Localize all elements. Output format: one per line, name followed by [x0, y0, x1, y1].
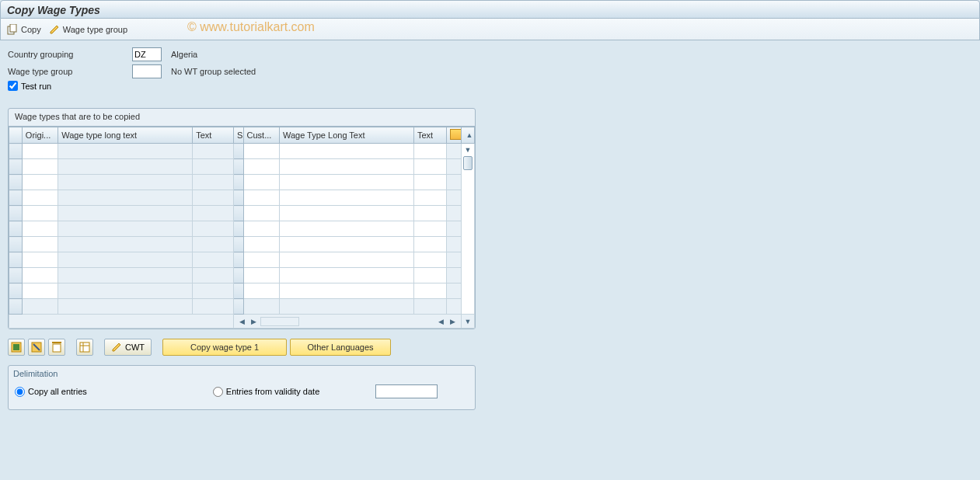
edit-icon: [111, 342, 122, 353]
select-all-icon: [11, 342, 22, 353]
test-run-checkbox[interactable]: [8, 81, 18, 91]
table-icon: [79, 342, 90, 353]
country-grouping-input[interactable]: [132, 47, 162, 61]
col-text-2[interactable]: Text: [413, 127, 446, 144]
svg-rect-8: [80, 343, 89, 352]
deselect-all-button[interactable]: [28, 339, 45, 356]
col-wage-long-1[interactable]: Wage type long text: [58, 127, 193, 144]
copy-all-radio[interactable]: [15, 387, 25, 397]
scroll-up[interactable]: ▲: [462, 127, 475, 144]
grid-table-wrapper: Origi... Wage type long text Text S Cust…: [9, 126, 475, 329]
hscroll-left2-icon[interactable]: ◀: [436, 318, 446, 325]
hscroll-track[interactable]: [260, 317, 299, 326]
button-row: CWT Copy wage type 1 Other Languages: [8, 339, 972, 356]
copy-icon: [7, 24, 18, 35]
wage-type-group-button[interactable]: Wage type group: [49, 24, 127, 35]
grid-title: Wage types that are to be copied: [9, 109, 475, 126]
cwt-button[interactable]: CWT: [104, 339, 152, 356]
content-area: Country grouping Algeria Wage type group…: [0, 40, 980, 416]
table-settings-button[interactable]: [76, 339, 93, 356]
delete-icon: [51, 342, 62, 353]
vertical-scrollbar[interactable]: ▼: [462, 144, 475, 315]
deselect-all-icon: [31, 342, 42, 353]
other-languages-label: Other Languages: [308, 343, 374, 352]
table-row[interactable]: [9, 283, 475, 299]
grid-group-box: Wage types that are to be copied Origi..…: [8, 108, 476, 329]
table-row[interactable]: [9, 237, 475, 252]
table-row[interactable]: [9, 175, 475, 190]
copy-all-label: Copy all entries: [28, 387, 87, 396]
wage-type-group-label: Wage type group: [8, 67, 132, 76]
test-run-row: Test run: [8, 81, 972, 91]
table-row[interactable]: ▼: [9, 144, 475, 159]
test-run-label: Test run: [21, 82, 51, 91]
table-row[interactable]: [9, 206, 475, 221]
grid-table: Origi... Wage type long text Text S Cust…: [9, 127, 475, 329]
copy-label: Copy: [21, 25, 41, 34]
svg-rect-6: [53, 344, 61, 352]
table-row[interactable]: [9, 190, 475, 206]
col-text-1[interactable]: Text: [193, 127, 234, 144]
table-row[interactable]: [9, 159, 475, 175]
page-title-bar: Copy Wage Types: [0, 0, 980, 19]
row-select-header[interactable]: [9, 127, 23, 144]
table-row[interactable]: [9, 268, 475, 283]
delimitation-title: Delimitation: [9, 366, 475, 381]
table-row[interactable]: [9, 221, 475, 237]
delete-button[interactable]: [48, 339, 65, 356]
hscroll-right2-icon[interactable]: ▶: [448, 318, 458, 325]
svg-rect-3: [13, 344, 19, 350]
hscroll-left-icon[interactable]: ◀: [237, 318, 247, 325]
watermark: © www.tutorialkart.com: [187, 20, 315, 34]
pencil-icon: [49, 24, 60, 35]
col-cust[interactable]: Cust...: [243, 127, 279, 144]
col-wage-long-2[interactable]: Wage Type Long Text: [279, 127, 413, 144]
cwt-label: CWT: [125, 343, 145, 352]
wage-type-group-label: Wage type group: [63, 25, 127, 34]
wage-type-group-desc: No WT group selected: [171, 67, 256, 76]
copy-button[interactable]: Copy: [7, 24, 41, 35]
validity-date-input[interactable]: [375, 384, 438, 398]
entries-from-option[interactable]: Entries from validity date: [213, 387, 319, 397]
entries-from-radio[interactable]: [213, 387, 223, 397]
hscroll-row: ◀ ▶ ◀ ▶ ▼: [9, 315, 475, 329]
country-grouping-label: Country grouping: [8, 50, 132, 59]
other-languages-button[interactable]: Other Languages: [290, 339, 391, 356]
delimitation-group: Delimitation Copy all entries Entries fr…: [8, 365, 476, 410]
copy-wage-type-1-button[interactable]: Copy wage type 1: [162, 339, 287, 356]
toolbar: Copy Wage type group © www.tutorialkart.…: [0, 19, 980, 40]
table-row[interactable]: [9, 299, 475, 315]
wage-type-group-input[interactable]: [132, 64, 162, 78]
col-origi[interactable]: Origi...: [22, 127, 58, 144]
country-grouping-desc: Algeria: [171, 50, 197, 59]
config-icon: [450, 129, 461, 140]
copy-wage-type-1-label: Copy wage type 1: [190, 343, 259, 352]
scroll-down[interactable]: ▼: [462, 315, 475, 329]
select-all-button[interactable]: [8, 339, 25, 356]
col-config[interactable]: [447, 127, 462, 144]
country-grouping-row: Country grouping Algeria: [8, 47, 972, 62]
svg-rect-1: [10, 24, 16, 32]
col-s[interactable]: S: [233, 127, 243, 144]
copy-all-option[interactable]: Copy all entries: [15, 387, 87, 397]
page-title: Copy Wage Types: [7, 4, 100, 16]
entries-from-label: Entries from validity date: [226, 387, 319, 396]
hscroll-right-icon[interactable]: ▶: [249, 318, 259, 325]
table-row[interactable]: [9, 252, 475, 268]
wage-type-group-row: Wage type group No WT group selected: [8, 64, 972, 79]
